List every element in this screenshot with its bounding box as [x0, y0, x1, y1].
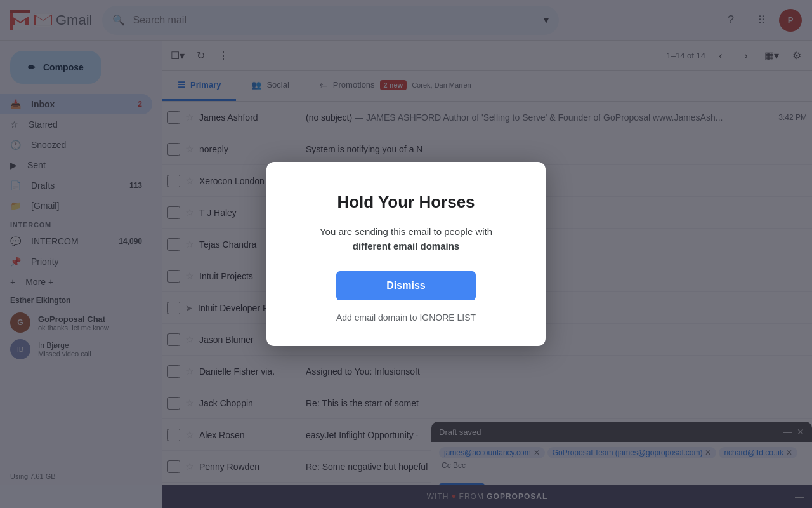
modal-dialog: Hold Your Horses You are sending this em… [266, 162, 546, 346]
modal-overlay: Hold Your Horses You are sending this em… [0, 0, 812, 508]
modal-body-bold: different email domains [353, 241, 459, 251]
modal-body: You are sending this email to people wit… [292, 225, 520, 253]
dismiss-button[interactable]: Dismiss [336, 271, 476, 300]
modal-body-line1: You are sending this email to people wit… [320, 226, 492, 237]
modal-title: Hold Your Horses [292, 192, 520, 212]
ignore-list-link[interactable]: Add email domain to IGNORE LIST [336, 312, 476, 323]
